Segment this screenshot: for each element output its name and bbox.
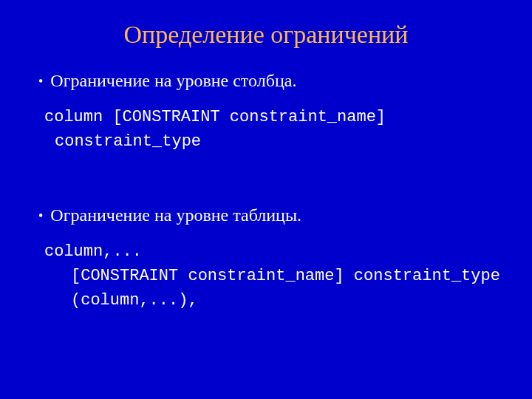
bullet-marker: • (38, 205, 43, 226)
bullet-text: Ограничение на уровне таблицы. (50, 205, 301, 225)
code-line: [CONSTRAINT constraint_name] constraint_… (44, 264, 502, 288)
code-block-table: column,... [CONSTRAINT constraint_name] … (44, 239, 502, 313)
code-line: column,... (44, 239, 502, 264)
section-gap (30, 160, 502, 205)
bullet-column-level: • Ограничение на уровне столбца. (38, 71, 502, 92)
code-line: (column,...), (44, 288, 502, 313)
slide: Определение ограничений • Ограничение на… (0, 0, 532, 399)
bullet-table-level: • Ограничение на уровне таблицы. (38, 205, 502, 226)
code-line: constraint_type (44, 129, 502, 154)
bullet-text: Ограничение на уровне столбца. (50, 71, 296, 91)
slide-title: Определение ограничений (30, 21, 502, 49)
bullet-marker: • (38, 71, 43, 92)
code-block-column: column [CONSTRAINT constraint_name] cons… (44, 105, 502, 154)
code-line: column [CONSTRAINT constraint_name] (44, 105, 502, 129)
